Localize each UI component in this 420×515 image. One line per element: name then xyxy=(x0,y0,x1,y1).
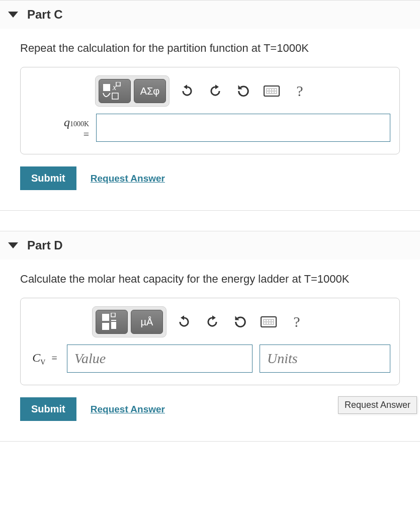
greek-label: ΑΣφ xyxy=(140,85,160,97)
section-gap xyxy=(0,211,420,231)
undo-icon xyxy=(180,84,194,98)
part-d-lhs: CV = xyxy=(30,351,60,366)
part-c-question: Repeat the calculation for the partition… xyxy=(20,42,400,55)
part-c-formula-row: q1000K = xyxy=(30,114,390,142)
lhs-var: q xyxy=(64,116,70,129)
redo-icon xyxy=(208,84,222,98)
templates-icon: x xyxy=(102,82,127,100)
part-d-header[interactable]: Part D xyxy=(0,231,420,260)
greek-button[interactable]: ΑΣφ xyxy=(134,79,166,103)
keyboard-icon xyxy=(261,316,277,327)
part-d-formula-row: CV = xyxy=(30,345,390,373)
svg-rect-6 xyxy=(111,322,116,329)
svg-rect-0 xyxy=(103,84,110,91)
redo-button[interactable] xyxy=(205,80,226,102)
collapse-icon xyxy=(8,242,18,248)
part-c-submit-button[interactable]: Submit xyxy=(20,166,76,190)
lhs-eq: = xyxy=(30,129,89,140)
part-d-submit-button[interactable]: Submit xyxy=(20,397,76,421)
undo-button[interactable] xyxy=(177,80,198,102)
lhs-eq: = xyxy=(51,353,57,364)
part-c-answer-input[interactable] xyxy=(96,114,390,142)
part-d-answer-card: µÅ ? xyxy=(20,298,400,385)
units-button[interactable]: µÅ xyxy=(131,310,163,334)
undo-icon xyxy=(177,315,191,329)
part-c-request-answer-link[interactable]: Request Answer xyxy=(91,173,165,184)
svg-rect-5 xyxy=(111,313,115,317)
help-icon: ? xyxy=(293,313,300,330)
lhs-var: C xyxy=(32,351,40,364)
units-label: µÅ xyxy=(141,316,153,328)
help-button[interactable]: ? xyxy=(286,311,307,332)
part-d-request-answer-link[interactable]: Request Answer xyxy=(91,404,165,415)
undo-button[interactable] xyxy=(174,311,195,332)
lhs-sub: 1000K xyxy=(70,120,89,128)
templates-button[interactable] xyxy=(96,310,128,334)
svg-text:x: x xyxy=(112,83,116,92)
keyboard-button[interactable] xyxy=(261,80,282,102)
templates-icon xyxy=(99,313,124,331)
collapse-icon xyxy=(8,12,18,18)
part-c: Part C Repeat the calculation for the pa… xyxy=(0,0,420,211)
part-d: Part D Calculate the molar heat capacity… xyxy=(0,231,420,442)
format-tool-group: x ΑΣφ xyxy=(95,75,170,107)
part-c-actions: Submit Request Answer xyxy=(20,166,400,190)
part-d-toolbar: µÅ ? xyxy=(30,306,390,337)
part-d-question: Calculate the molar heat capacity for th… xyxy=(20,273,400,286)
reset-button[interactable] xyxy=(233,80,254,102)
part-c-lhs: q1000K = xyxy=(30,116,89,140)
part-c-title: Part C xyxy=(27,8,63,22)
keyboard-button[interactable] xyxy=(258,311,279,332)
help-icon: ? xyxy=(296,82,303,100)
part-c-body: Repeat the calculation for the partition… xyxy=(0,29,420,210)
templates-button[interactable]: x xyxy=(99,79,131,103)
part-d-title: Part D xyxy=(27,238,63,252)
keyboard-icon xyxy=(264,85,280,97)
redo-icon xyxy=(205,315,219,329)
part-c-header[interactable]: Part C xyxy=(0,1,420,29)
svg-rect-3 xyxy=(112,93,118,99)
svg-rect-4 xyxy=(102,314,109,321)
request-answer-tooltip: Request Answer xyxy=(338,396,417,414)
part-c-toolbar: x ΑΣφ xyxy=(30,75,390,107)
redo-button[interactable] xyxy=(202,311,223,332)
part-c-answer-card: x ΑΣφ xyxy=(20,67,400,154)
lhs-sub: V xyxy=(40,359,45,366)
part-d-units-input[interactable] xyxy=(260,345,390,373)
help-button[interactable]: ? xyxy=(289,80,310,102)
part-d-value-input[interactable] xyxy=(67,345,253,373)
format-tool-group: µÅ xyxy=(92,306,166,337)
reset-icon xyxy=(233,315,247,329)
svg-rect-2 xyxy=(116,82,120,86)
svg-rect-8 xyxy=(102,323,109,330)
reset-icon xyxy=(236,84,250,98)
reset-button[interactable] xyxy=(230,311,251,332)
